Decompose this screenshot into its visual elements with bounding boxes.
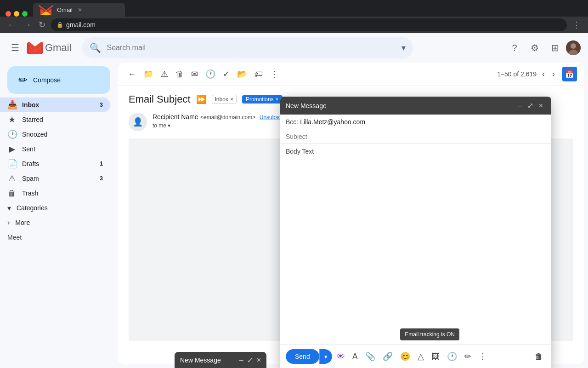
send-button[interactable]: Send [286,349,319,364]
refresh-button[interactable]: ↻ [37,18,47,32]
pagination: 1–50 of 2,619 ‹ › [497,68,557,81]
starred-icon: ★ [7,115,17,125]
sidebar-item-spam[interactable]: ⚠ Spam 3 [0,171,110,186]
browser-menu-button[interactable]: ⋮ [571,18,582,32]
snoozed-icon: 🕐 [7,129,17,139]
prev-page-button[interactable]: ‹ [540,68,547,81]
browser-chrome: Gmail × ← → ↻ 🔒 gmail.com ⋮ [0,0,588,33]
compose-window-title: New Message [286,102,515,109]
settings-button[interactable]: ⚙ [526,39,544,57]
forward-button[interactable]: → [21,18,33,32]
sender-email: <email@domain.com> [200,114,255,121]
emoji-button[interactable]: 😊 [397,349,413,364]
compose-minimized-minimize-button[interactable]: – [239,356,243,364]
tracking-tooltip-text: Email tracking is ON [405,331,455,338]
more-options-button[interactable]: ⋮ [267,66,281,82]
gmail-app-name: Gmail [45,42,71,54]
gmail-logo: Gmail [27,42,71,54]
move-to-button[interactable]: 📂 [234,66,250,82]
header-actions: ? ⚙ ⊞ [505,39,581,57]
bcc-input[interactable] [300,118,546,126]
formatting-button[interactable]: A [350,349,361,364]
account-avatar[interactable] [566,40,581,55]
compose-minimized-bar[interactable]: New Message – ⤢ × [175,352,266,368]
help-button[interactable]: ? [505,39,524,57]
promotions-tag[interactable]: Promotions × [242,95,283,104]
sidebar-item-inbox[interactable]: 📥 Inbox 3 [0,98,110,112]
sidebar: ✏ Compose 📥 Inbox 3 ★ Starred 🕐 Snoozed … [0,63,118,368]
subject-input[interactable] [286,133,546,140]
spam-icon: ⚠ [7,173,17,184]
forward-icon[interactable]: ⏩ [196,94,206,104]
snooze-button[interactable]: 🕐 [203,66,218,82]
more-chevron-icon: › [7,218,10,227]
tracking-button[interactable]: 👁 [334,349,348,364]
tab-close-button[interactable]: × [78,6,82,13]
active-tab[interactable]: Gmail × [33,3,125,17]
gmail-logo-icon [27,42,43,54]
sidebar-item-sent[interactable]: ▶ Sent [0,142,110,156]
sidebar-item-snoozed[interactable]: 🕐 Snoozed [0,127,110,142]
send-dropdown-button[interactable]: ▾ [319,349,332,364]
sidebar-item-drafts[interactable]: 📄 Drafts 1 [0,156,110,171]
compose-body[interactable]: Body Text [280,144,551,345]
sidebar-section-more[interactable]: › More [0,215,110,230]
sidebar-label-starred: Starred [22,116,103,123]
sent-icon: ▶ [7,144,17,154]
mark-unread-button[interactable]: ✉ [188,66,201,82]
minimize-window-button[interactable] [14,11,19,17]
search-input[interactable] [107,44,396,52]
main-menu-button[interactable]: ☰ [7,39,23,57]
search-dropdown-icon[interactable]: ▾ [401,43,406,53]
archive-button[interactable]: 📁 [141,66,156,82]
compose-minimized-expand-button[interactable]: ⤢ [247,356,253,364]
categories-chevron-icon: ▾ [7,204,11,213]
sidebar-item-trash[interactable]: 🗑 Trash [0,186,110,201]
compose-close-button[interactable]: × [536,101,546,111]
photo-button[interactable]: 🖼 [429,349,442,364]
svg-point-2 [571,43,576,49]
promotions-tag-remove-button[interactable]: × [276,96,279,103]
delete-button[interactable]: 🗑 [173,67,187,82]
inbox-tag-remove-button[interactable]: × [230,96,233,103]
compose-button[interactable]: ✏ Compose [7,66,110,94]
sender-name: Recipient Name [153,113,198,121]
sidebar-item-starred[interactable]: ★ Starred [0,112,110,127]
add-to-tasks-button[interactable]: ✓ [220,66,232,82]
schedule-button[interactable]: 🕐 [444,349,460,364]
compose-minimize-button[interactable]: – [515,101,525,111]
more-compose-options-button[interactable]: ⋮ [476,349,490,364]
inbox-icon: 📥 [7,100,17,110]
back-to-inbox-button[interactable]: ← [125,67,139,82]
drive-button[interactable]: △ [415,349,427,364]
link-button[interactable]: 🔗 [380,349,396,364]
to-me-text[interactable]: to me ▾ [153,122,170,129]
report-spam-button[interactable]: ⚠ [158,66,171,82]
lock-icon: 🔒 [57,22,63,28]
close-window-button[interactable] [6,11,11,17]
sidebar-section-categories[interactable]: ▾ Categories [0,201,110,215]
compose-subject-field[interactable] [280,129,551,144]
avatar-image [566,40,581,55]
attach-button[interactable]: 📎 [362,349,378,364]
traffic-lights [6,11,28,17]
label-button[interactable]: 🏷 [252,67,266,82]
back-button[interactable]: ← [6,18,17,32]
next-page-button[interactable]: › [550,68,557,81]
address-bar[interactable]: 🔒 gmail.com [51,18,567,31]
inbox-tag[interactable]: Inbox × [212,95,237,104]
compose-minimized-close-button[interactable]: × [257,356,261,364]
inbox-count: 3 [100,102,103,108]
search-icon: 🔍 [90,42,101,53]
delete-draft-button[interactable]: 🗑 [532,349,546,364]
sidebar-label-snoozed: Snoozed [22,131,103,138]
compose-bcc-field[interactable]: Bcc: [280,115,551,129]
signature-button[interactable]: ✏ [462,349,474,364]
maximize-window-button[interactable] [22,11,28,17]
avatar-initial-icon: 👤 [133,117,143,127]
google-apps-button[interactable]: ⊞ [546,39,564,57]
calendar-widget[interactable]: 📅 [562,67,577,81]
compose-expand-button[interactable]: ⤢ [525,100,536,111]
search-bar[interactable]: 🔍 ▾ [82,37,413,58]
email-subject: Email Subject [129,93,191,105]
